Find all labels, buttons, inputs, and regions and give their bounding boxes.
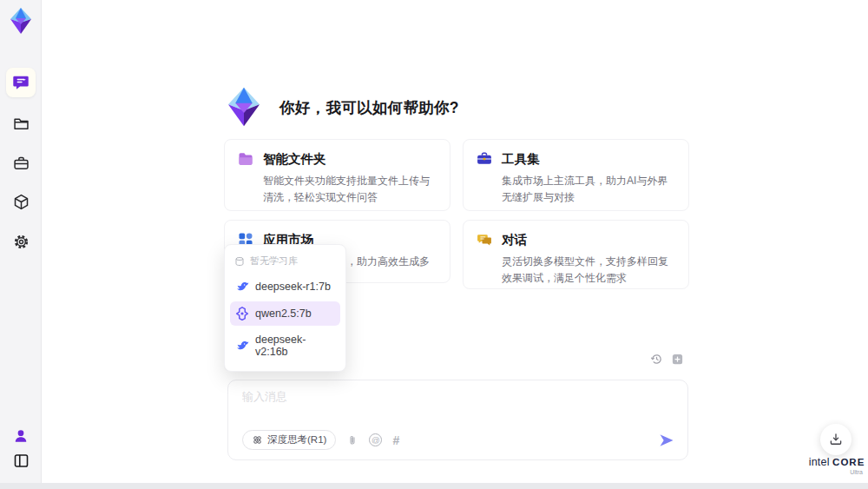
paperclip-icon[interactable] (346, 434, 358, 446)
send-icon[interactable] (658, 432, 675, 449)
folder-icon (12, 115, 30, 133)
card-description: 灵活切换多模型文件，支持多样回复效果调试，满足个性化需求 (502, 254, 676, 286)
app-window: 你好，我可以如何帮助你? 智能文件夹 智能文件夹功能支持批量文件上传与清洗，轻松… (0, 0, 868, 489)
cube-icon (12, 193, 30, 211)
deep-think-toggle[interactable]: 深度思考(R1) (242, 430, 336, 450)
chat-icon (11, 73, 30, 92)
ultra-logo-text: Ultra (804, 469, 868, 475)
smart-folder-icon (237, 150, 254, 168)
model-dropdown: 暂无学习库 deepseek-r1:7b qwen2.5:7b (224, 244, 346, 372)
card-title: 对话 (502, 232, 527, 248)
model-option-qwen[interactable]: qwen2.5:7b (230, 301, 340, 326)
dialog-icon (476, 231, 493, 248)
user-icon (12, 427, 30, 445)
toolbox-icon (12, 155, 30, 173)
greeting-logo-icon (222, 85, 266, 129)
model-option-label: qwen2.5:7b (255, 307, 312, 320)
sidebar-item-models[interactable] (10, 191, 31, 212)
sidebar-item-collapse[interactable] (10, 450, 31, 471)
card-description: 智能文件夹功能支持批量文件上传与清洗，轻松实现文件问答 (263, 173, 437, 205)
deepseek-icon (235, 280, 249, 294)
card-smart-folder[interactable]: 智能文件夹 智能文件夹功能支持批量文件上传与清洗，轻松实现文件问答 (224, 139, 450, 211)
card-dialog[interactable]: 对话 灵活切换多模型文件，支持多样回复效果调试，满足个性化需求 (463, 220, 689, 289)
model-option-deepseek-v2[interactable]: deepseek-v2:16b (230, 328, 340, 363)
sidebar-item-settings[interactable] (10, 231, 31, 252)
window-bottom-edge (0, 483, 868, 489)
sidebar-item-account[interactable] (10, 426, 31, 446)
deep-think-label: 深度思考(R1) (267, 433, 326, 446)
deepseek-icon (235, 339, 249, 353)
dropdown-empty-hint-label: 暂无学习库 (250, 254, 298, 268)
download-icon (828, 432, 844, 447)
sidebar (0, 0, 42, 489)
add-window-icon[interactable] (670, 352, 684, 366)
hash-icon[interactable]: # (392, 433, 398, 447)
intel-core-badge: intel core Ultra (804, 456, 868, 475)
composer: 深度思考(R1) @ # (227, 380, 688, 460)
model-option-label: deepseek-v2:16b (255, 334, 335, 358)
app-logo-icon (5, 5, 36, 36)
message-input[interactable] (242, 389, 659, 424)
page-greeting: 你好，我可以如何帮助你? (279, 97, 459, 118)
qwen-icon (235, 307, 249, 320)
toolset-briefcase-icon (476, 150, 493, 168)
split-panel-icon (12, 452, 30, 470)
mention-icon[interactable]: @ (369, 433, 382, 446)
settings-gear-icon (12, 233, 30, 251)
sidebar-item-folders[interactable] (10, 113, 31, 134)
dropdown-empty-hint: 暂无学习库 (225, 249, 345, 272)
history-icon[interactable] (649, 352, 663, 366)
chat-tools (649, 352, 684, 366)
download-button[interactable] (820, 424, 852, 455)
sidebar-item-toolbox[interactable] (10, 153, 31, 174)
atom-icon (252, 434, 263, 446)
sidebar-item-chat[interactable] (6, 68, 36, 97)
model-option-deepseek-r1[interactable]: deepseek-r1:7b (230, 274, 340, 299)
library-icon (234, 256, 245, 267)
card-description: 集成市场上主流工具，助力AI与外界无缝扩展与对接 (502, 173, 676, 205)
core-logo-text: core (832, 457, 865, 467)
card-title: 工具集 (502, 151, 540, 168)
intel-logo-text: intel (809, 456, 830, 468)
card-title: 智能文件夹 (263, 151, 326, 168)
model-option-label: deepseek-r1:7b (255, 281, 331, 293)
card-toolset[interactable]: 工具集 集成市场上主流工具，助力AI与外界无缝扩展与对接 (463, 139, 689, 211)
composer-toolbar: 深度思考(R1) @ # (242, 430, 675, 450)
